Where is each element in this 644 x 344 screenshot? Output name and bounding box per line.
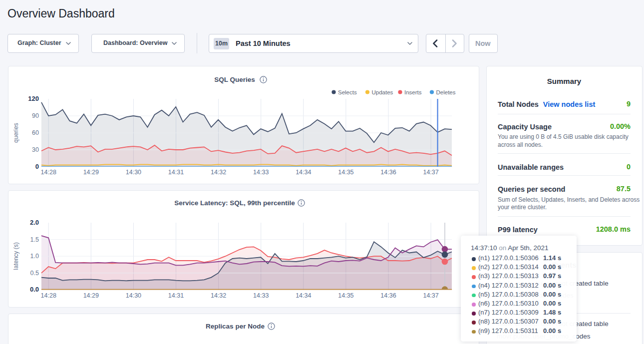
svg-text:14:33: 14:33 [253,169,269,176]
svg-text:queries: queries [12,123,19,142]
svg-text:14:35: 14:35 [338,169,353,176]
svg-text:14:34: 14:34 [296,169,311,176]
svg-text:latency (s): latency (s) [12,242,19,270]
svg-text:14:31: 14:31 [168,292,184,299]
svg-text:Deletes: Deletes [436,89,456,95]
svg-text:14:29: 14:29 [83,169,99,176]
svg-text:Selects: Selects [338,89,357,95]
svg-text:14:31: 14:31 [168,169,184,176]
svg-text:14:35: 14:35 [338,292,353,299]
svg-text:14:30: 14:30 [126,169,141,176]
svg-text:Updates: Updates [372,89,393,95]
svg-text:14:34: 14:34 [296,292,311,299]
svg-text:14:30: 14:30 [126,292,141,299]
svg-text:1.5: 1.5 [30,236,39,243]
svg-text:0.0: 0.0 [30,286,39,293]
svg-text:Inserts: Inserts [404,89,422,95]
svg-text:14:32: 14:32 [211,292,226,299]
svg-text:90: 90 [32,112,39,119]
svg-text:0.5: 0.5 [30,270,39,277]
svg-text:14:36: 14:36 [380,292,396,299]
svg-text:14:29: 14:29 [83,292,99,299]
svg-text:60: 60 [32,129,39,136]
svg-text:30: 30 [32,146,39,153]
svg-text:14:37: 14:37 [423,169,438,176]
svg-text:14:37: 14:37 [423,292,438,299]
svg-text:14:28: 14:28 [41,169,56,176]
svg-text:14:36: 14:36 [380,169,396,176]
svg-text:0: 0 [35,163,39,170]
svg-text:14:28: 14:28 [41,292,56,299]
svg-text:2.0: 2.0 [30,219,39,226]
svg-text:1.0: 1.0 [30,253,39,260]
svg-text:120: 120 [28,95,39,102]
svg-text:14:33: 14:33 [253,292,269,299]
svg-text:14:32: 14:32 [211,169,226,176]
